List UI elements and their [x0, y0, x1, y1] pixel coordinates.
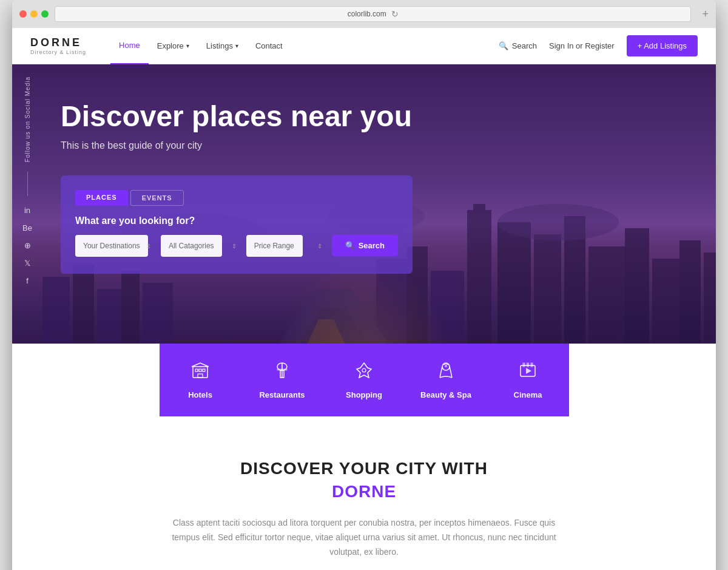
social-text: Follow us on Social Media: [24, 76, 31, 162]
destination-select[interactable]: Your Destinations: [75, 235, 148, 257]
nav-listings[interactable]: Listings ▾: [198, 28, 247, 64]
hero-content: Discover places near you This is the bes…: [12, 64, 716, 274]
add-listings-button[interactable]: + Add Listings: [627, 35, 698, 56]
reload-icon[interactable]: ↻: [391, 9, 399, 19]
categories-strip: Hotels Restaurants Shopping: [12, 344, 716, 416]
shopping-icon: [354, 361, 374, 384]
social-divider: [27, 172, 28, 196]
linkedin-icon[interactable]: in: [24, 206, 30, 215]
search-button[interactable]: 🔍 Search: [332, 235, 398, 256]
browser-dots: [19, 10, 49, 18]
navbar: DORNE Directory & Listing Home Explore ▾…: [12, 28, 716, 64]
beauty-spa-icon: [436, 361, 456, 384]
discover-brand: DORNE: [36, 482, 692, 501]
svg-point-36: [445, 365, 447, 367]
shopping-label: Shopping: [346, 390, 382, 399]
svg-rect-26: [199, 369, 201, 372]
search-icon: 🔍: [499, 41, 508, 50]
nav-home[interactable]: Home: [110, 28, 149, 64]
nav-search[interactable]: 🔍 Search: [499, 41, 537, 50]
cinema-icon: [518, 361, 538, 384]
discover-title-line1: DISCOVER YOUR CITY WITH: [36, 459, 692, 478]
category-shopping[interactable]: Shopping: [323, 344, 405, 416]
address-bar[interactable]: colorlib.com ↻: [55, 6, 691, 22]
price-wrapper: Price Range: [246, 235, 327, 257]
svg-marker-33: [357, 363, 371, 378]
nav-links: Home Explore ▾ Listings ▾ Contact: [110, 28, 291, 64]
browser-window: colorlib.com ↻ + DORNE Directory & Listi…: [12, 0, 716, 570]
cinema-label: Cinema: [514, 390, 542, 399]
logo-name[interactable]: DORNE: [30, 36, 86, 49]
maximize-dot[interactable]: [41, 10, 49, 18]
nav-contact[interactable]: Contact: [247, 28, 291, 64]
hero-section: Follow us on Social Media in Be ⊕ 𝕏 f Di…: [12, 64, 716, 380]
restaurants-icon: [272, 361, 292, 384]
search-tabs: PLACES EVENTS: [75, 190, 398, 206]
svg-rect-40: [531, 363, 533, 367]
hotels-label: Hotels: [188, 390, 212, 399]
search-question: What are you looking for?: [75, 215, 398, 226]
minimize-dot[interactable]: [30, 10, 38, 18]
beauty-spa-label: Beauty & Spa: [420, 390, 471, 399]
add-tab-icon[interactable]: +: [702, 8, 709, 21]
category-wrapper: All Catagories: [161, 235, 241, 257]
hotels-icon: [190, 361, 210, 384]
search-box: PLACES EVENTS What are you looking for? …: [61, 175, 413, 274]
svg-rect-24: [193, 367, 207, 378]
svg-rect-38: [523, 363, 525, 367]
category-beauty-spa[interactable]: Beauty & Spa: [405, 344, 487, 416]
restaurants-label: Restaurants: [259, 390, 305, 399]
close-dot[interactable]: [19, 10, 27, 18]
search-label: Search: [512, 41, 537, 50]
browser-chrome: colorlib.com ↻ +: [12, 0, 716, 28]
search-inputs: Your Destinations All Catagories Price R…: [75, 235, 398, 257]
svg-marker-41: [526, 368, 531, 374]
url-text: colorlib.com: [348, 10, 386, 18]
hero-title: Discover places near you: [61, 101, 485, 133]
signin-link[interactable]: Sign In or Register: [549, 41, 615, 50]
search-btn-label: Search: [359, 241, 385, 250]
nav-right: 🔍 Search Sign In or Register + Add Listi…: [499, 35, 698, 56]
logo: DORNE Directory & Listing: [30, 36, 86, 55]
nav-explore[interactable]: Explore ▾: [149, 28, 198, 64]
discover-body: Class aptent taciti sociosqu ad litora t…: [164, 516, 564, 559]
svg-rect-25: [195, 369, 198, 372]
social-icons-list: in Be ⊕ 𝕏 f: [22, 206, 32, 285]
svg-rect-27: [203, 369, 205, 372]
svg-rect-28: [198, 374, 203, 378]
twitter-icon[interactable]: 𝕏: [24, 259, 30, 268]
hero-subtitle: This is the best guide of your city: [61, 140, 667, 151]
search-btn-icon: 🔍: [345, 241, 355, 250]
svg-point-34: [362, 368, 366, 372]
discover-section: DISCOVER YOUR CITY WITH DORNE Class apte…: [12, 416, 716, 570]
price-select[interactable]: Price Range: [246, 235, 303, 257]
behance-icon[interactable]: Be: [22, 223, 32, 232]
events-tab[interactable]: EVENTS: [130, 190, 184, 206]
places-tab[interactable]: PLACES: [75, 190, 128, 206]
explore-arrow: ▾: [186, 42, 189, 49]
facebook-icon[interactable]: f: [26, 276, 29, 285]
dribbble-icon[interactable]: ⊕: [24, 241, 31, 250]
svg-rect-39: [527, 363, 529, 367]
destination-wrapper: Your Destinations: [75, 235, 156, 257]
category-cinema[interactable]: Cinema: [487, 344, 569, 416]
listings-arrow: ▾: [235, 42, 238, 49]
category-select[interactable]: All Catagories: [161, 235, 222, 257]
category-hotels[interactable]: Hotels: [160, 344, 241, 416]
logo-subtitle: Directory & Listing: [30, 49, 86, 55]
category-restaurants[interactable]: Restaurants: [241, 344, 323, 416]
social-sidebar: Follow us on Social Media in Be ⊕ 𝕏 f: [12, 64, 42, 380]
